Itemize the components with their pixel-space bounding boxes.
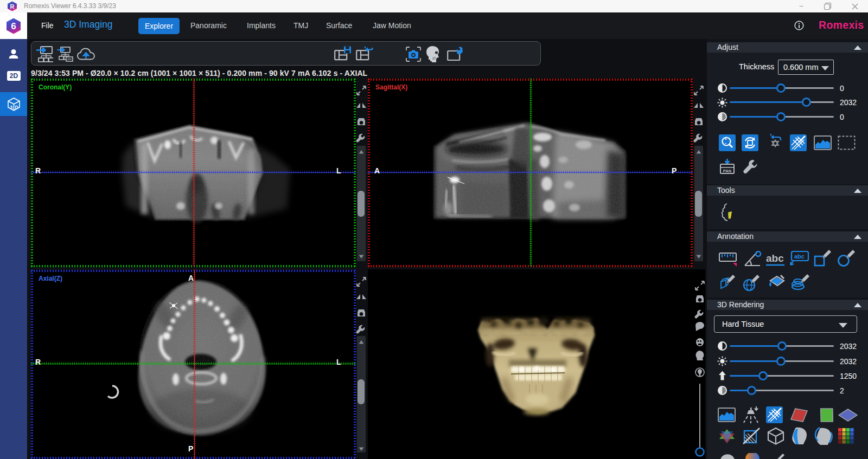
svg-text:abc: abc	[766, 253, 784, 264]
svg-text:D: D	[15, 105, 18, 110]
svg-text:-: -	[725, 140, 726, 146]
svg-text:6: 6	[11, 21, 16, 31]
svg-text:PAN: PAN	[723, 169, 731, 173]
svg-text:abc: abc	[794, 253, 805, 260]
svg-text:R: R	[10, 3, 15, 10]
svg-text:3: 3	[10, 105, 12, 110]
